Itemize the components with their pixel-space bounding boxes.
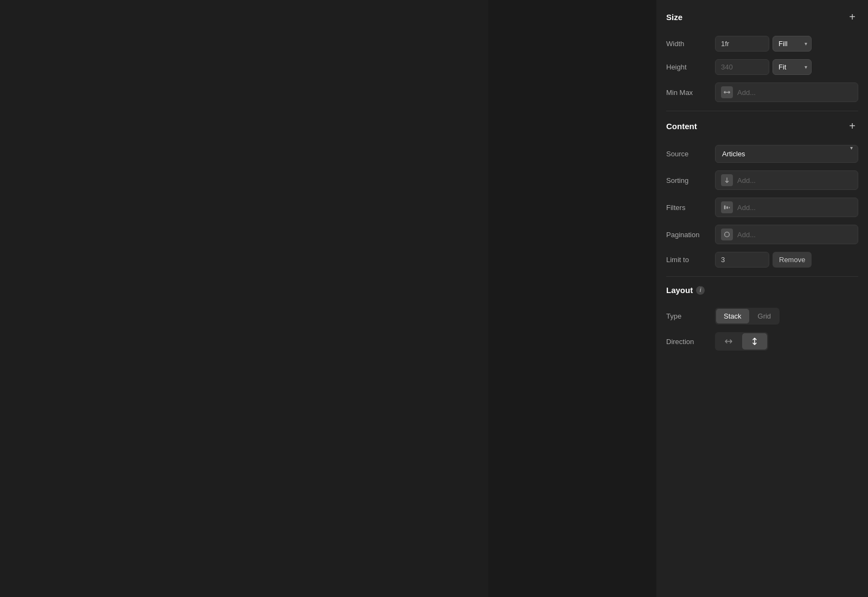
height-row: Height Fit Fixed Fill ▾ [666,59,858,75]
right-panel: Size + Width Fill Fixed Auto ▾ Height [656,0,868,597]
source-select[interactable]: Articles Pages Posts [715,145,858,163]
sorting-row: Sorting Add... [666,170,858,190]
sorting-placeholder: Add... [737,176,756,185]
limit-to-input[interactable] [715,252,769,268]
filters-placeholder: Add... [737,204,756,212]
limit-to-row: Limit to Remove [666,252,858,268]
size-add-button[interactable]: + [846,11,858,23]
layout-title-group: Layout i [666,285,705,295]
min-max-row: Min Max Add... [666,82,858,102]
content-section-header: Content + [666,120,858,136]
width-inputs: Fill Fixed Auto ▾ [715,36,858,52]
type-label: Type [666,312,715,320]
sorting-add-field[interactable]: Add... [715,170,858,190]
pagination-row: Pagination Add... [666,225,858,244]
height-select[interactable]: Fit Fixed Fill [773,59,812,75]
filters-inputs: Add... [715,198,858,217]
content-title: Content [666,122,697,131]
sorting-inputs: Add... [715,170,858,190]
layout-info-icon[interactable]: i [696,286,705,295]
canvas-area [0,0,488,597]
min-max-inputs: Add... [715,82,858,102]
content-add-button[interactable]: + [846,120,858,132]
direction-vertical-button[interactable] [742,333,767,350]
circle-icon [721,228,733,240]
layout-title: Layout [666,285,693,295]
min-max-placeholder: Add... [737,88,756,97]
content-section: Content + Source Articles Pages Posts ▾ … [666,120,858,268]
type-grid-button[interactable]: Grid [750,309,779,323]
direction-inputs [715,332,858,351]
source-select-wrapper: Articles Pages Posts ▾ [715,145,858,163]
height-label: Height [666,63,715,71]
height-inputs: Fit Fixed Fill ▾ [715,59,858,75]
source-label: Source [666,150,715,158]
width-row: Width Fill Fixed Auto ▾ [666,36,858,52]
height-input[interactable] [715,59,769,75]
type-inputs: Stack Grid [715,308,858,325]
source-row: Source Articles Pages Posts ▾ [666,145,858,163]
resize-icon [721,86,733,98]
source-inputs: Articles Pages Posts ▾ [715,145,858,163]
type-stack-button[interactable]: Stack [716,309,749,323]
size-content-divider [666,111,858,111]
size-section-header: Size + [666,11,858,27]
direction-horizontal-button[interactable] [716,333,741,350]
horizontal-arrow-icon [724,336,733,346]
min-max-label: Min Max [666,88,715,97]
vertical-arrow-icon [750,336,760,346]
filter-icon [721,201,733,213]
height-select-wrapper: Fit Fixed Fill ▾ [773,59,812,75]
width-select-wrapper: Fill Fixed Auto ▾ [773,36,812,52]
limit-to-label: Limit to [666,256,715,264]
svg-rect-2 [729,207,730,208]
pagination-placeholder: Add... [737,231,756,239]
sort-icon [721,174,733,186]
size-title: Size [666,12,682,22]
sorting-label: Sorting [666,176,715,185]
filters-row: Filters Add... [666,198,858,217]
direction-row: Direction [666,332,858,351]
filters-add-field[interactable]: Add... [715,198,858,217]
direction-toggle-group [715,332,768,351]
width-select[interactable]: Fill Fixed Auto [773,36,812,52]
layout-section-header: Layout i [666,285,858,299]
svg-point-3 [725,232,730,237]
layout-section: Layout i Type Stack Grid Direction [666,285,858,351]
width-label: Width [666,40,715,48]
pagination-label: Pagination [666,231,715,239]
width-input[interactable] [715,36,769,52]
size-section: Size + Width Fill Fixed Auto ▾ Height [666,11,858,102]
limit-to-inputs: Remove [715,252,858,268]
filters-label: Filters [666,204,715,212]
limit-to-remove-button[interactable]: Remove [773,252,812,268]
type-toggle-group: Stack Grid [715,308,780,325]
direction-label: Direction [666,338,715,346]
content-layout-divider [666,276,858,277]
type-row: Type Stack Grid [666,308,858,325]
min-max-add-field[interactable]: Add... [715,82,858,102]
pagination-inputs: Add... [715,225,858,244]
svg-rect-1 [726,206,728,208]
pagination-add-field[interactable]: Add... [715,225,858,244]
svg-rect-0 [724,206,726,209]
